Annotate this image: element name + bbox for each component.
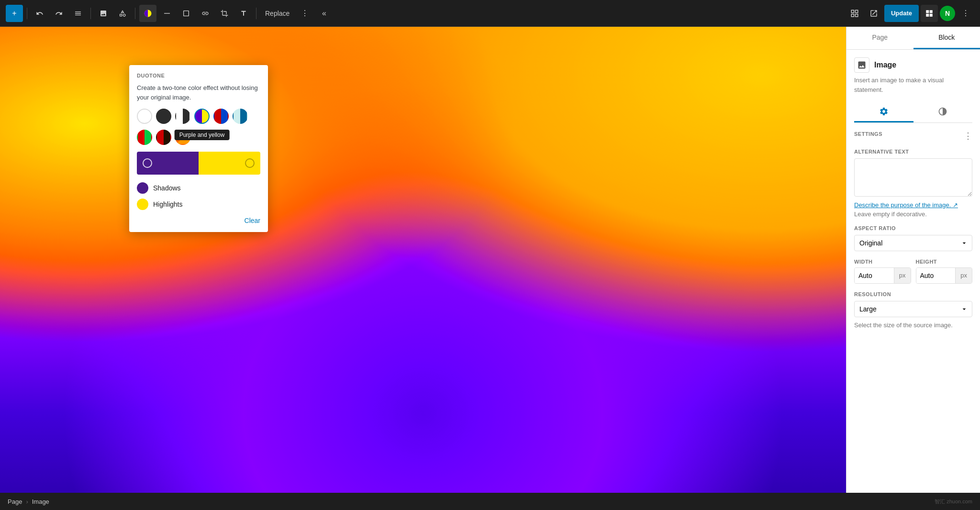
tab-block[interactable]: Block bbox=[913, 27, 980, 49]
swatch-wrapper-none bbox=[137, 109, 152, 124]
block-tab-icons bbox=[854, 102, 972, 123]
link-button[interactable] bbox=[197, 5, 214, 22]
height-input[interactable] bbox=[916, 268, 956, 283]
swatch-red-dark[interactable] bbox=[156, 130, 171, 145]
color-bar-circle-left bbox=[143, 158, 152, 168]
swatch-red-blue[interactable] bbox=[213, 109, 229, 124]
undo-button[interactable] bbox=[31, 5, 48, 22]
breadcrumb-item[interactable]: Image bbox=[32, 498, 49, 505]
highlights-label: Highlights bbox=[153, 200, 182, 208]
tab-icon-settings[interactable] bbox=[854, 102, 913, 122]
toolbar-divider-3 bbox=[135, 8, 135, 19]
swatch-orange[interactable] bbox=[175, 130, 190, 145]
separator-button[interactable] bbox=[158, 5, 176, 22]
width-label: WIDTH bbox=[854, 259, 911, 265]
external-button[interactable] bbox=[865, 5, 882, 22]
color-bar-circle-right bbox=[245, 158, 255, 168]
canvas: DUOTONE Create a two-tone color effect w… bbox=[0, 27, 846, 510]
highlights-row: Highlights bbox=[137, 199, 260, 210]
aspect-ratio-label: ASPECT RATIO bbox=[854, 225, 972, 231]
collapse-button[interactable]: « bbox=[315, 5, 333, 22]
update-button[interactable]: Update bbox=[884, 5, 919, 22]
redo-button[interactable] bbox=[50, 5, 67, 22]
width-field-group: WIDTH px bbox=[854, 259, 911, 284]
clear-button[interactable]: Clear bbox=[245, 217, 260, 224]
add-block-button[interactable]: + bbox=[6, 5, 23, 22]
swatch-red-green[interactable] bbox=[137, 130, 152, 145]
resolution-select[interactable]: Thumbnail Medium Large Full Size bbox=[854, 301, 972, 317]
duotone-button[interactable] bbox=[139, 5, 156, 22]
alt-text-label: ALTERNATIVE TEXT bbox=[854, 149, 972, 155]
sidebar: Page Block × Image Insert an image to ma… bbox=[846, 27, 980, 510]
tab-page[interactable]: Page bbox=[846, 27, 913, 49]
aspect-ratio-select[interactable]: Original Square - 1:1 Standard - 4:3 Por… bbox=[854, 235, 972, 251]
settings-button[interactable]: ⋮ bbox=[957, 5, 974, 22]
canvas-image bbox=[0, 27, 846, 510]
block-icon bbox=[854, 57, 869, 73]
svg-rect-3 bbox=[855, 10, 858, 12]
view-button[interactable] bbox=[846, 5, 863, 22]
duotone-color-bar[interactable] bbox=[137, 152, 260, 175]
color-bar-left[interactable] bbox=[137, 152, 199, 175]
dimensions-row: WIDTH px HEIGHT px bbox=[854, 259, 972, 284]
duotone-description: Create a two-tone color effect without l… bbox=[137, 83, 260, 102]
tab-icon-style[interactable] bbox=[913, 102, 973, 122]
width-unit: px bbox=[894, 268, 911, 283]
swatch-gray[interactable] bbox=[175, 109, 190, 124]
clear-row: Clear bbox=[137, 215, 260, 224]
list-view-button[interactable] bbox=[69, 5, 87, 22]
duotone-popup: DUOTONE Create a two-tone color effect w… bbox=[129, 65, 268, 232]
breadcrumb-page[interactable]: Page bbox=[8, 498, 22, 505]
swatch-none[interactable] bbox=[137, 109, 152, 124]
svg-rect-9 bbox=[930, 13, 933, 16]
layout-button[interactable] bbox=[921, 5, 938, 22]
swatch-wrapper-purple-yellow: Purple and yellow bbox=[194, 109, 210, 124]
duotone-swatches-row2 bbox=[137, 130, 260, 145]
alt-text-input[interactable] bbox=[854, 158, 972, 197]
duotone-title: DUOTONE bbox=[137, 73, 260, 78]
text-button[interactable] bbox=[235, 5, 252, 22]
responsive-button[interactable] bbox=[178, 5, 195, 22]
swatch-wrapper-gray bbox=[175, 109, 190, 124]
sidebar-tabs: Page Block bbox=[846, 27, 980, 50]
swatch-dark[interactable] bbox=[156, 109, 171, 124]
toolbar: + Replace ⋮ « Up bbox=[0, 0, 980, 27]
resolution-label: RESOLUTION bbox=[854, 291, 972, 297]
swatch-purple-yellow[interactable] bbox=[194, 109, 210, 124]
avatar[interactable]: N bbox=[940, 6, 955, 21]
highlights-color-dot[interactable] bbox=[137, 199, 148, 210]
toolbar-divider-2 bbox=[90, 8, 91, 19]
color-bar-right[interactable] bbox=[199, 152, 260, 175]
swatch-wrapper-cyan bbox=[233, 109, 248, 124]
settings-more-button[interactable]: ⋮ bbox=[964, 131, 972, 141]
alt-text-note: Leave empty if decorative. bbox=[854, 211, 972, 218]
more-options-button[interactable]: ⋮ bbox=[296, 5, 313, 22]
image-button[interactable] bbox=[95, 5, 112, 22]
toolbar-divider-4 bbox=[256, 8, 256, 19]
height-label: HEIGHT bbox=[916, 259, 973, 265]
width-input[interactable] bbox=[855, 268, 894, 283]
width-input-group: px bbox=[854, 267, 911, 284]
swatch-wrapper-red-blue bbox=[213, 109, 229, 124]
alt-text-link[interactable]: Describe the purpose of the image. ↗ bbox=[854, 201, 972, 209]
settings-section-title: Settings bbox=[854, 131, 882, 137]
shadows-row: Shadows bbox=[137, 182, 260, 194]
breadcrumb-separator: › bbox=[26, 498, 28, 505]
resolution-note: Select the size of the source image. bbox=[854, 321, 972, 330]
resolution-section: RESOLUTION Thumbnail Medium Large Full S… bbox=[854, 291, 972, 330]
breadcrumb: Page › Image 智汇 zhuon.com bbox=[0, 493, 980, 510]
duotone-swatches-row1: Purple and yellow bbox=[137, 109, 260, 124]
transform-button[interactable] bbox=[114, 5, 131, 22]
svg-rect-5 bbox=[855, 14, 858, 16]
toolbar-right: Update N ⋮ bbox=[846, 5, 974, 22]
shadows-color-dot[interactable] bbox=[137, 182, 148, 194]
svg-rect-6 bbox=[926, 10, 929, 13]
height-field-group: HEIGHT px bbox=[916, 259, 973, 284]
svg-rect-4 bbox=[851, 14, 854, 16]
crop-button[interactable] bbox=[216, 5, 233, 22]
replace-button[interactable]: Replace bbox=[260, 7, 294, 20]
swatch-cyan[interactable] bbox=[233, 109, 248, 124]
svg-rect-2 bbox=[851, 10, 854, 12]
shadows-label: Shadows bbox=[153, 184, 181, 192]
height-unit: px bbox=[955, 268, 972, 283]
